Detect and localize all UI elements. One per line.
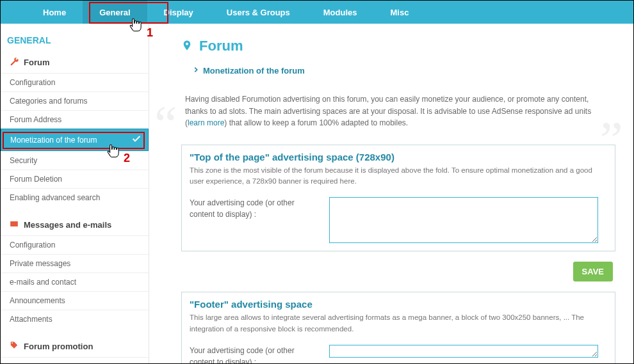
sidebar-item-private-messages[interactable]: Private messages (1, 254, 149, 273)
sidebar-item-attachments[interactable]: Attachments (1, 310, 149, 328)
sidebar-item-security[interactable]: Security (1, 151, 149, 170)
sidebar: GENERAL Forum Configuration Categories a… (1, 24, 149, 363)
intro-text: “ Having disabled Forumotion advertising… (181, 93, 615, 129)
nav-users-groups[interactable]: Users & Groups (210, 1, 307, 24)
sidebar-title: GENERAL (1, 35, 149, 52)
check-icon (131, 134, 142, 146)
envelope-icon (10, 219, 19, 230)
field-label: Your advertising code (or other content … (190, 345, 318, 363)
ad-code-input-footer[interactable] (329, 345, 598, 358)
quote-open-icon: “ (154, 84, 177, 164)
quote-close-icon: “ (600, 79, 623, 159)
top-nav: Home General Display Users & Groups Modu… (1, 1, 633, 24)
nav-misc[interactable]: Misc (374, 1, 426, 24)
section-header-forum: Forum (1, 52, 149, 73)
panel-title: "Footer" advertising space (182, 292, 615, 312)
section-header-label: Forum promotion (24, 342, 93, 351)
panel-desc: This large area allows to integrate seve… (182, 312, 615, 342)
sidebar-item-invite-friends[interactable]: Invite friends (1, 357, 149, 364)
nav-general[interactable]: General (83, 1, 147, 24)
save-button[interactable]: SAVE (573, 262, 613, 281)
location-pin-icon (181, 38, 193, 54)
sidebar-item-advanced-search[interactable]: Enabling advanced search (1, 188, 149, 207)
nav-display[interactable]: Display (147, 1, 210, 24)
panel-desc: This zone is the most visible of the for… (182, 165, 615, 195)
section-header-label: Messages and e-mails (24, 220, 111, 230)
breadcrumb-label: Monetization of the forum (203, 66, 305, 75)
section-header-promotion: Forum promotion (1, 336, 149, 357)
field-label: Your advertising code (or other content … (190, 197, 318, 220)
ad-code-input-top[interactable] (329, 197, 598, 243)
sidebar-item-announcements[interactable]: Announcements (1, 291, 149, 310)
page-title-text: Forum (199, 38, 243, 54)
sidebar-item-forum-deletion[interactable]: Forum Deletion (1, 170, 149, 188)
panel-footer: "Footer" advertising space This large ar… (181, 292, 615, 363)
sidebar-item-msg-config[interactable]: Configuration (1, 235, 149, 254)
section-header-label: Forum (24, 58, 49, 67)
sidebar-item-label: Monetization of the forum (10, 136, 97, 145)
page-title: Forum (181, 38, 615, 54)
chevron-right-icon (193, 66, 199, 75)
sidebar-item-forum-address[interactable]: Forum Address (1, 110, 149, 129)
tag-icon (10, 341, 19, 352)
intro-post: ) that allow to keep a forum 100% adapte… (224, 118, 408, 127)
panel-title: "Top of the page" advertising space (728… (182, 145, 615, 165)
sidebar-item-monetization[interactable]: Monetization of the forum (1, 129, 149, 151)
breadcrumb[interactable]: Monetization of the forum (181, 66, 615, 75)
sidebar-item-configuration[interactable]: Configuration (1, 73, 149, 91)
sidebar-item-emails-contact[interactable]: e-mails and contact (1, 273, 149, 291)
panel-top-of-page: "Top of the page" advertising space (728… (181, 145, 615, 252)
sidebar-item-categories[interactable]: Categories and forums (1, 91, 149, 110)
main-content: Forum Monetization of the forum “ Having… (149, 24, 633, 363)
learn-more-link[interactable]: learn more (188, 118, 224, 127)
section-header-messages: Messages and e-mails (1, 214, 149, 235)
nav-modules[interactable]: Modules (307, 1, 374, 24)
wrench-icon (10, 57, 19, 68)
nav-home[interactable]: Home (26, 1, 83, 24)
